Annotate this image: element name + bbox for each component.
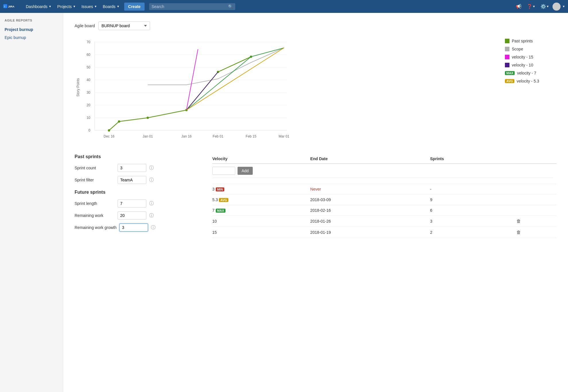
svg-text:JIRA: JIRA: [8, 5, 14, 8]
nav-issues[interactable]: Issues ▼: [79, 0, 100, 13]
actions-cell: [516, 195, 557, 205]
svg-text:40: 40: [87, 78, 91, 82]
sidebar: AGILE REPORTS Project burnup Epic burnup: [0, 13, 63, 392]
end-date-value: Never: [310, 187, 321, 191]
actions-cell: 🗑: [516, 227, 557, 238]
past-sprints-title: Past sprints: [75, 154, 195, 159]
col-sprints: Sprints: [430, 154, 516, 164]
sprint-length-label: Sprint length: [75, 201, 115, 206]
svg-text:30: 30: [87, 91, 91, 95]
velocity-cell: 3 MIN: [212, 184, 310, 195]
delete-row-button[interactable]: 🗑: [516, 219, 521, 224]
board-selector-row: Agile board BURNUP board: [75, 21, 557, 30]
delete-row-button[interactable]: 🗑: [516, 230, 521, 235]
sidebar-item-project-burnup[interactable]: Project burnup: [0, 26, 63, 34]
remaining-work-label: Remaining work: [75, 213, 115, 218]
help-icon[interactable]: ❓ ▼: [525, 2, 537, 11]
future-sprints-title: Future sprints: [75, 190, 195, 195]
nav-boards[interactable]: Boards ▼: [100, 0, 122, 13]
nav-dashboards[interactable]: Dashboards ▼: [23, 0, 54, 13]
velocity-cell: 7 MAX: [212, 205, 310, 216]
actions-cell: [516, 184, 557, 195]
actions-cell: 🗑: [516, 216, 557, 227]
add-velocity-button[interactable]: Add: [238, 167, 253, 175]
svg-text:50: 50: [87, 65, 91, 69]
legend-label-past-sprints: Past sprints: [512, 39, 533, 43]
end-date-cell: 2018-03-09: [310, 195, 430, 205]
sprint-count-row: Sprint count ⓘ: [75, 164, 195, 172]
create-button[interactable]: Create: [124, 3, 145, 11]
search-bar[interactable]: 🔍: [149, 3, 235, 10]
add-velocity-input[interactable]: [212, 167, 235, 175]
velocity-table-column: Velocity End Date Sprints A: [212, 154, 557, 238]
remaining-work-growth-input[interactable]: [119, 224, 148, 232]
table-row: 5.3 AVG 2018-03-09 9: [212, 195, 557, 205]
search-icon: 🔍: [228, 4, 233, 9]
legend-color-velocity-15: [505, 55, 509, 59]
controls-column: Past sprints Sprint count ⓘ Sprint filte…: [75, 154, 195, 238]
legend-label-velocity-15: velocity - 15: [512, 55, 533, 59]
nav-projects[interactable]: Projects ▼: [54, 0, 78, 13]
sprints-cell: 3: [430, 216, 516, 227]
velocity-cell: 10: [212, 216, 310, 227]
bottom-section: Past sprints Sprint count ⓘ Sprint filte…: [75, 154, 557, 238]
sprint-length-row: Sprint length ⓘ: [75, 199, 195, 207]
jira-logo: J JIRA: [3, 2, 20, 11]
table-row: 3 MIN Never -: [212, 184, 557, 195]
remaining-work-help-icon[interactable]: ⓘ: [149, 213, 154, 219]
burnup-chart: 0 10 20 30 40 50 60 70: [75, 36, 499, 146]
legend-label-velocity-7: velocity - 7: [517, 71, 536, 75]
velocity-table: Velocity End Date Sprints A: [212, 154, 557, 238]
user-avatar[interactable]: [553, 3, 561, 11]
svg-text:20: 20: [87, 103, 91, 107]
sprint-length-help-icon[interactable]: ⓘ: [149, 201, 154, 207]
velocity-cell: 15: [212, 227, 310, 238]
legend-label-scope: Scope: [512, 47, 523, 51]
legend-label-velocity-53: velocity - 5.3: [517, 79, 539, 83]
legend-scope: Scope: [505, 47, 557, 51]
sidebar-item-epic-burnup[interactable]: Epic burnup: [0, 34, 63, 42]
agile-board-label: Agile board: [75, 23, 95, 28]
nav-icons-group: 📢 ❓ ▼ ⚙️ ▼ ▼: [514, 2, 565, 11]
svg-text:70: 70: [87, 40, 91, 44]
legend-past-sprints: Past sprints: [505, 39, 557, 43]
sprint-count-help-icon[interactable]: ⓘ: [149, 165, 154, 171]
svg-text:J: J: [4, 5, 5, 7]
search-input[interactable]: [151, 4, 228, 9]
velocity-value: 10: [212, 219, 217, 224]
svg-text:Mar 01: Mar 01: [279, 134, 289, 138]
velocity-value: 7: [212, 208, 216, 213]
velocity-value: 3: [212, 187, 216, 191]
legend-label-velocity-10: velocity - 10: [512, 63, 533, 67]
legend-badge-max: MAX: [505, 71, 515, 75]
table-row: 7 MAX 2018-02-16 6: [212, 205, 557, 216]
svg-text:0: 0: [88, 128, 90, 132]
svg-text:Feb 15: Feb 15: [246, 134, 256, 138]
remaining-work-input[interactable]: [118, 211, 146, 219]
sprint-length-input[interactable]: [118, 199, 146, 207]
sprint-filter-help-icon[interactable]: ⓘ: [149, 177, 154, 183]
table-row: 15 2018-01-19 2 🗑: [212, 227, 557, 238]
sprint-count-label: Sprint count: [75, 166, 115, 170]
sprint-count-input[interactable]: [118, 164, 146, 172]
chart-area: 0 10 20 30 40 50 60 70: [75, 36, 557, 146]
notifications-icon[interactable]: 📢: [514, 2, 523, 11]
svg-text:10: 10: [87, 116, 91, 120]
end-date-cell: Never: [310, 184, 430, 195]
table-row: 10 2018-01-26 3 🗑: [212, 216, 557, 227]
legend-velocity-53: AVG velocity - 5.3: [505, 79, 557, 83]
sprint-filter-input[interactable]: [118, 176, 146, 184]
svg-text:Story Points: Story Points: [76, 78, 80, 97]
svg-text:Dec 16: Dec 16: [104, 134, 114, 138]
agile-board-select[interactable]: BURNUP board: [98, 21, 150, 30]
svg-point-29: [118, 120, 120, 123]
legend-color-past-sprints: [505, 39, 509, 43]
sprints-cell: 9: [430, 195, 516, 205]
remaining-work-growth-help-icon[interactable]: ⓘ: [151, 225, 155, 231]
legend-velocity-7: MAX velocity - 7: [505, 71, 557, 75]
legend-color-scope: [505, 47, 509, 51]
legend-color-velocity-10: [505, 63, 509, 67]
badge-min: MIN: [216, 187, 224, 191]
settings-icon[interactable]: ⚙️ ▼: [539, 2, 551, 11]
col-velocity: Velocity: [212, 154, 310, 164]
